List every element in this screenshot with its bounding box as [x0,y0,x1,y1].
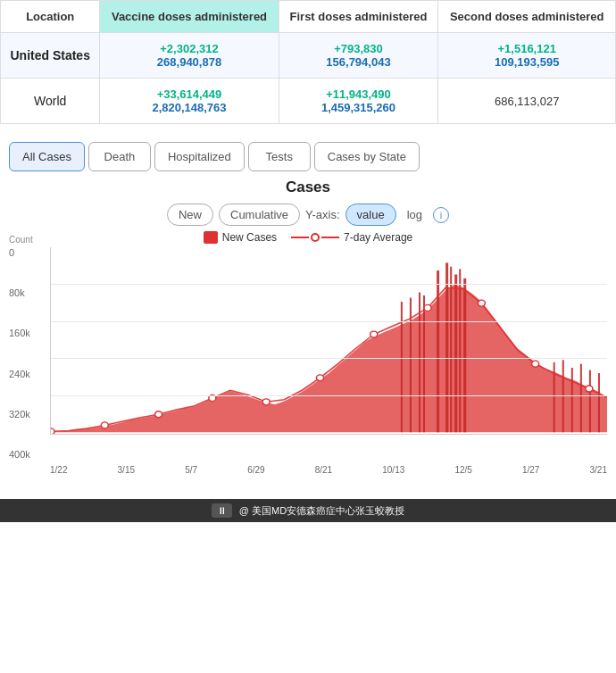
first-doses-header: First doses administered [279,1,438,33]
pause-button[interactable]: ⏸ [212,503,232,518]
us-name: United States [10,48,89,62]
new-cases-label: New Cases [222,231,277,244]
x-label-0: 1/22 [50,465,67,475]
new-cases-legend: New Cases [204,231,277,244]
grid-line-80k [51,395,607,396]
x-label-3: 6/29 [247,465,264,475]
vaccine-table: Location Vaccine doses administered Firs… [0,0,616,124]
yaxis-label: Y-axis: [305,208,340,221]
new-btn[interactable]: New [167,204,213,226]
chart-section: Cases New Cumulative Y-axis: value log i… [0,171,616,495]
cumulative-btn[interactable]: Cumulative [219,204,300,226]
count-label: Count [9,235,33,245]
us-first-delta: +793,830 [287,42,431,55]
second-doses-header: Second doses administered [438,1,616,33]
chart-title: Cases [9,179,607,196]
world-vaccine-delta: +33,614,449 [107,87,271,101]
tab-cases-by-state[interactable]: Cases by State [314,142,420,171]
x-label-1: 3/15 [118,465,135,475]
y-axis-labels: Count 400k 320k 240k 160k 80k 0 [9,247,30,461]
vaccine-header: Vaccine doses administered [100,1,279,33]
grid-line-240k [51,321,607,322]
tabs-container: All Cases Death Hospitalized Tests Cases… [0,131,616,171]
tab-hospitalized[interactable]: Hospitalized [154,142,245,171]
source-text: @ 美国MD安德森癌症中心张玉蛟教授 [239,504,404,518]
x-label-2: 5/7 [185,465,197,475]
y-label-240k: 240k [9,369,30,379]
location-header: Location [1,1,100,33]
world-second-total: 686,113,027 [445,95,608,108]
world-first-delta: +11,943,490 [287,87,431,101]
log-btn[interactable]: log [402,204,428,225]
avg-circle [311,233,320,242]
us-second-delta: +1,516,121 [445,42,608,55]
y-label-0: 0 [9,247,30,258]
y-label-400k: 400k [9,449,30,460]
world-name: World [34,94,66,108]
us-vaccine-delta: +2,302,312 [107,42,271,55]
grid-line-160k [51,358,607,359]
chart-area[interactable] [50,247,607,435]
chart-legend: New Cases 7-day Average [9,231,607,244]
world-first-total: 1,459,315,260 [287,101,431,114]
avg-label: 7-day Average [344,231,412,244]
x-axis: 1/22 3/15 5/7 6/29 8/21 10/13 12/5 1/27 … [50,461,607,488]
us-row: United States +2,302,312 268,940,878 +79… [1,33,616,79]
y-label-160k: 160k [9,328,30,338]
us-vaccine-total: 268,940,878 [107,55,271,69]
y-label-80k: 80k [9,287,30,298]
x-label-6: 12/5 [454,465,471,475]
bottom-bar-inner: ⏸ @ 美国MD安德森癌症中心张玉蛟教授 [7,503,609,518]
world-row: World +33,614,449 2,820,148,763 +11,943,… [1,79,616,124]
us-second-total: 109,193,595 [445,55,608,69]
x-label-5: 10/13 [382,465,404,475]
tab-death[interactable]: Death [88,142,151,171]
avg-legend: 7-day Average [291,231,412,244]
bottom-bar: ⏸ @ 美国MD安德森癌症中心张玉蛟教授 [0,499,616,522]
tab-tests[interactable]: Tests [248,142,311,171]
value-btn[interactable]: value [345,204,396,226]
new-cases-color [204,231,218,244]
avg-line [291,233,339,242]
x-label-7: 1/27 [522,465,539,475]
tab-all-cases[interactable]: All Cases [9,142,85,171]
x-label-8: 3/21 [590,465,607,475]
grid-line-320k [51,284,607,285]
avg-dash-left [291,237,309,238]
avg-dash-right [321,237,339,238]
x-label-4: 8/21 [315,465,332,475]
y-label-320k: 320k [9,409,30,420]
us-first-total: 156,794,043 [287,55,431,69]
world-vaccine-total: 2,820,148,763 [107,101,271,114]
chart-controls: New Cumulative Y-axis: value log i [9,204,607,226]
chart-wrapper: Count 400k 320k 240k 160k 80k 0 [9,247,607,488]
info-icon[interactable]: i [433,207,449,223]
grid-lines [51,247,607,434]
